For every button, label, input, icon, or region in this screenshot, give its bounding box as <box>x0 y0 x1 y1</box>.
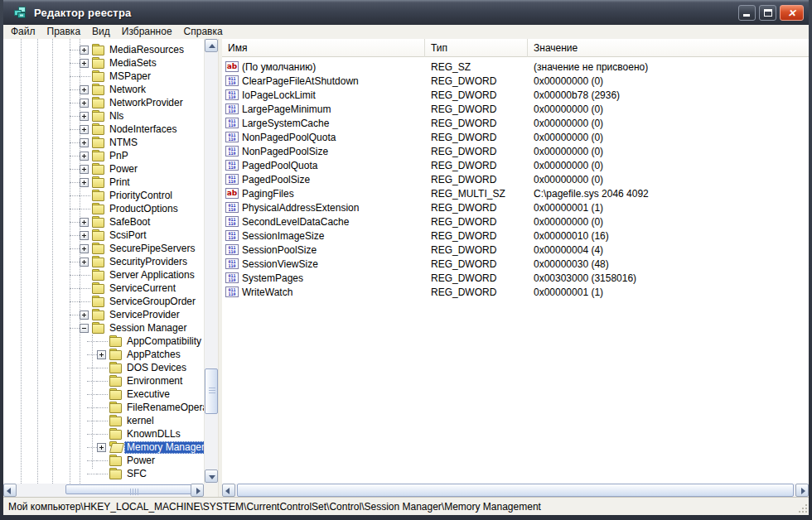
tree-item[interactable]: Print <box>3 176 204 189</box>
value-name-cell[interactable]: ClearPageFileAtShutdown <box>222 75 425 87</box>
menu-item[interactable]: Файл <box>5 25 41 39</box>
tree-item[interactable]: Network <box>3 83 204 96</box>
tree-item-label[interactable]: SecurityProviders <box>107 256 190 268</box>
tree-item-label[interactable]: AppPatches <box>124 349 183 361</box>
expand-toggle-icon[interactable] <box>97 350 106 359</box>
menu-item[interactable]: Избранное <box>116 25 178 39</box>
list-hscroll-thumb[interactable] <box>237 484 794 497</box>
close-button[interactable]: ✕ <box>780 5 804 21</box>
expand-toggle-icon[interactable] <box>80 244 89 253</box>
tree-item[interactable]: MSPaper <box>3 70 204 83</box>
tree-item[interactable]: SecurityProviders <box>3 255 204 268</box>
value-row[interactable]: PhysicalAddressExtension REG_DWORD 0x000… <box>222 200 809 214</box>
expand-toggle-icon[interactable] <box>80 311 89 320</box>
expand-toggle-icon[interactable] <box>80 165 89 174</box>
value-row[interactable]: NonPagedPoolSize REG_DWORD 0x00000000 (0… <box>222 144 809 158</box>
tree-item-label[interactable]: Nls <box>107 110 126 123</box>
tree-item[interactable]: kernel <box>3 414 204 427</box>
tree-item-label[interactable]: Network <box>107 84 148 96</box>
expand-toggle-icon[interactable] <box>80 218 89 227</box>
tree-item-label[interactable]: SFC <box>124 468 149 480</box>
value-name-cell[interactable]: PhysicalAddressExtension <box>222 202 425 214</box>
tree-item[interactable]: SFC <box>3 467 204 480</box>
value-name-cell[interactable]: LargePageMinimum <box>222 104 425 115</box>
tree-item-label[interactable]: Print <box>107 176 133 189</box>
menu-item[interactable]: Вид <box>86 25 116 39</box>
tree-item-label[interactable]: AppCompatibility <box>124 335 204 348</box>
value-name-cell[interactable]: WriteWatch <box>222 286 425 298</box>
resize-grip-icon[interactable] <box>797 503 807 513</box>
tree-item-label[interactable]: Memory Manageme <box>124 441 204 454</box>
expand-toggle-icon[interactable] <box>80 46 89 55</box>
tree-item[interactable]: ScsiPort <box>3 229 204 242</box>
value-name-cell[interactable]: PagedPoolQuota <box>222 160 425 171</box>
tree-item[interactable]: PnP <box>3 149 204 162</box>
tree-item-label[interactable]: NTMS <box>107 137 140 149</box>
tree-item[interactable]: Nls <box>3 109 204 123</box>
tree-item[interactable]: Environment <box>3 374 204 388</box>
value-row[interactable]: LargePageMinimum REG_DWORD 0x00000000 (0… <box>222 102 809 116</box>
expand-toggle-icon[interactable] <box>80 125 89 134</box>
tree-item[interactable]: Executive <box>3 388 204 401</box>
tree-item-label[interactable]: Server Applications <box>107 269 197 282</box>
column-header-type[interactable]: Тип <box>425 39 528 57</box>
tree-item[interactable]: NodeInterfaces <box>3 123 204 136</box>
tree-item[interactable]: FileRenameOperati <box>3 401 204 414</box>
value-row[interactable]: WriteWatch REG_DWORD 0x00000001 (1) <box>222 285 809 299</box>
menu-item[interactable]: Правка <box>41 25 87 39</box>
tree-item-label[interactable]: PriorityControl <box>107 190 175 202</box>
tree-item-label[interactable]: ScsiPort <box>107 229 149 242</box>
scroll-left-button[interactable] <box>3 484 17 497</box>
value-name-cell[interactable]: NonPagedPoolQuota <box>222 132 425 143</box>
tree-item-label[interactable]: FileRenameOperati <box>124 402 204 414</box>
value-name-cell[interactable]: (По умолчанию) <box>222 61 425 73</box>
expand-toggle-icon[interactable] <box>97 443 106 452</box>
expand-toggle-icon[interactable] <box>80 178 89 187</box>
tree-item-label[interactable]: NetworkProvider <box>107 97 186 109</box>
tree-item[interactable]: SafeBoot <box>3 215 204 229</box>
tree-item[interactable]: MediaResources <box>3 43 204 56</box>
value-row[interactable]: SessionPoolSize REG_DWORD 0x00000004 (4) <box>222 243 809 257</box>
value-row[interactable]: SystemPages REG_DWORD 0x00303000 (315801… <box>222 271 809 285</box>
tree-item[interactable]: SecurePipeServers <box>3 242 204 255</box>
column-header-name[interactable]: Имя <box>222 39 425 57</box>
tree-item-label[interactable]: PnP <box>107 150 131 162</box>
value-row[interactable]: SessionImageSize REG_DWORD 0x00000010 (1… <box>222 229 809 243</box>
expand-toggle-icon[interactable] <box>80 112 89 121</box>
tree-item-label[interactable]: SafeBoot <box>107 216 152 229</box>
tree-item[interactable]: Power <box>3 454 204 467</box>
tree-item-label[interactable]: Environment <box>124 375 185 388</box>
value-row[interactable]: IoPageLockLimit REG_DWORD 0x00000b78 (29… <box>222 88 809 102</box>
tree-item-label[interactable]: Executive <box>124 388 172 401</box>
expand-toggle-icon[interactable] <box>80 152 89 161</box>
tree-item-label[interactable]: Power <box>107 163 140 176</box>
tree-item[interactable]: Server Applications <box>3 268 204 282</box>
tree-item[interactable]: KnownDLLs <box>3 427 204 441</box>
value-row[interactable]: NonPagedPoolQuota REG_DWORD 0x00000000 (… <box>222 130 809 144</box>
value-row[interactable]: PagedPoolQuota REG_DWORD 0x00000000 (0) <box>222 158 809 172</box>
expand-toggle-icon[interactable] <box>80 324 89 333</box>
tree-item[interactable]: ProductOptions <box>3 202 204 215</box>
expand-toggle-icon[interactable] <box>80 138 89 147</box>
tree-item[interactable]: Power <box>3 162 204 176</box>
column-header-value[interactable]: Значение <box>528 39 809 57</box>
value-name-cell[interactable]: PagedPoolSize <box>222 174 425 185</box>
list-horizontal-scrollbar[interactable] <box>222 484 809 497</box>
value-name-cell[interactable]: LargeSystemCache <box>222 118 425 129</box>
expand-toggle-icon[interactable] <box>80 59 89 68</box>
tree-item-label[interactable]: MSPaper <box>107 70 153 83</box>
value-name-cell[interactable]: PagingFiles <box>222 188 425 200</box>
tree-vertical-scrollbar[interactable] <box>204 39 218 484</box>
value-row[interactable]: ClearPageFileAtShutdown REG_DWORD 0x0000… <box>222 74 809 88</box>
minimize-button[interactable] <box>738 5 756 21</box>
expand-toggle-icon[interactable] <box>80 85 89 94</box>
tree-item-label[interactable]: Session Manager <box>107 322 189 335</box>
tree-item-label[interactable]: MediaResources <box>107 44 186 56</box>
value-row[interactable]: (По умолчанию) REG_SZ (значение не присв… <box>222 60 809 74</box>
tree-vscroll-thumb[interactable] <box>205 368 218 414</box>
tree-item[interactable]: NetworkProvider <box>3 96 204 109</box>
tree-item[interactable]: NTMS <box>3 136 204 149</box>
tree-item-label[interactable]: kernel <box>124 415 157 427</box>
value-name-cell[interactable]: SessionPoolSize <box>222 244 425 256</box>
value-row[interactable]: SecondLevelDataCache REG_DWORD 0x0000000… <box>222 214 809 229</box>
